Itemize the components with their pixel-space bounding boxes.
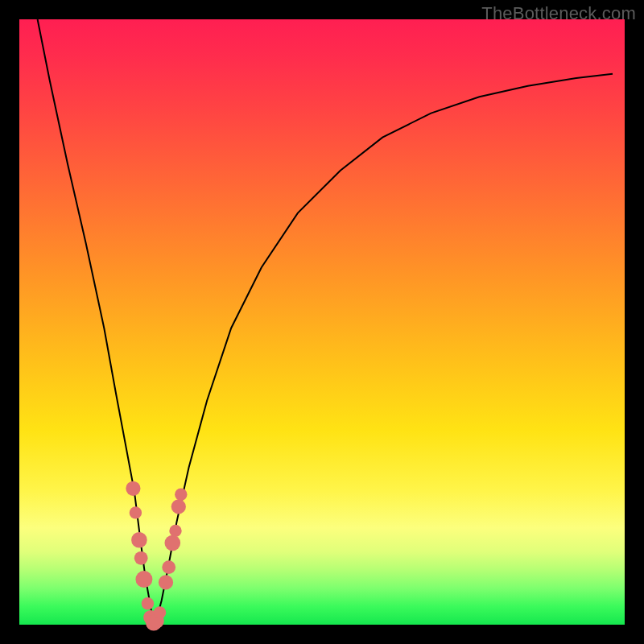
curve-marker [131,532,147,548]
curve-marker [171,499,186,514]
chart-svg [19,19,625,625]
attribution-text: TheBottleneck.com [481,3,636,24]
curve-marker [154,606,166,618]
curve-marker [134,551,148,565]
curve-marker [130,506,142,518]
chart-plot-area [19,19,625,625]
curve-marker [162,560,175,574]
curve-marker [159,575,173,589]
marker-layer [126,481,187,631]
curve-marker [175,489,187,501]
curve-marker [169,525,181,537]
curve-marker [165,535,181,551]
bottleneck-curve [38,19,613,624]
chart-frame: TheBottleneck.com [0,0,644,644]
curve-marker [126,481,140,496]
curve-marker [142,597,154,609]
curve-marker [135,571,152,588]
